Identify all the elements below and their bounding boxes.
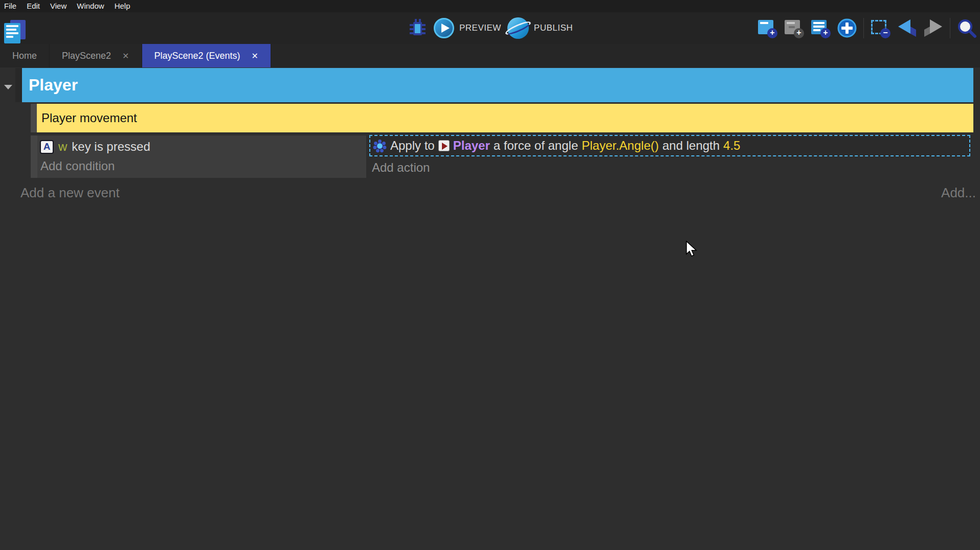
menu-file[interactable]: File: [4, 1, 21, 12]
event-toolbar-icons: + + + −: [757, 18, 977, 38]
add-sub-event-icon[interactable]: +: [784, 18, 804, 38]
add-action-button[interactable]: Add action: [372, 161, 430, 175]
publish-button[interactable]: PUBLISH: [507, 17, 573, 39]
comment-drag-handle[interactable]: [31, 104, 37, 132]
menu-edit[interactable]: Edit: [21, 1, 45, 12]
add-event-row: Add a new event Add...: [0, 184, 980, 204]
toolbar-separator: [863, 18, 864, 38]
undo-icon[interactable]: [897, 18, 917, 38]
add-comment-icon[interactable]: +: [810, 18, 831, 38]
preview-button[interactable]: PREVIEW: [434, 18, 501, 38]
group-collapse-caret[interactable]: [4, 85, 12, 89]
preview-label: PREVIEW: [459, 23, 501, 33]
conditions-column: A w key is pressed Add condition: [37, 135, 366, 178]
tab-label: PlayScene2 (Events): [154, 51, 240, 61]
debug-icon[interactable]: [407, 17, 428, 39]
event-group-header[interactable]: Player: [22, 68, 973, 102]
action-angle-param: Player.Angle(): [582, 139, 659, 153]
globe-icon: [507, 17, 529, 39]
event-drag-handle[interactable]: [31, 135, 37, 178]
events-sheet: Player Player movement A w key is presse…: [0, 67, 980, 550]
add-more-button[interactable]: Add...: [941, 185, 976, 201]
toolbar-separator: [950, 18, 950, 38]
condition-text: key is pressed: [72, 140, 150, 154]
keyboard-icon: A: [40, 140, 54, 154]
action-object-param: Player: [453, 139, 490, 153]
group-title: Player: [29, 76, 78, 95]
condition-key-param: w: [58, 140, 67, 154]
comment-text: Player movement: [41, 111, 137, 125]
condition-key-pressed[interactable]: A w key is pressed: [40, 138, 150, 155]
tab-home[interactable]: Home: [0, 44, 50, 67]
comment-event[interactable]: Player movement: [37, 104, 973, 132]
menu-view[interactable]: View: [45, 1, 72, 12]
add-event-icon[interactable]: +: [757, 18, 777, 38]
project-manager-icon[interactable]: [4, 20, 26, 43]
search-icon[interactable]: [956, 18, 977, 38]
force-icon: [373, 139, 387, 153]
tab-label: PlayScene2: [62, 51, 111, 61]
close-tab-icon[interactable]: ✕: [122, 51, 129, 61]
action-text-middle: a force of angle: [494, 139, 578, 153]
run-controls: PREVIEW PUBLISH: [407, 12, 573, 44]
add-new-event-button[interactable]: Add a new event: [20, 185, 120, 201]
deselect-all-icon[interactable]: −: [870, 18, 890, 38]
tab-playscene2[interactable]: PlayScene2 ✕: [50, 44, 142, 67]
group-drag-handle[interactable]: [15, 68, 22, 102]
tab-label: Home: [12, 51, 37, 61]
play-icon: [434, 18, 454, 38]
menu-window[interactable]: Window: [72, 1, 109, 12]
main-toolbar: PREVIEW PUBLISH + + +: [0, 12, 980, 44]
action-text-length: and length: [662, 139, 720, 153]
editor-tabs: Home PlayScene2 ✕ PlayScene2 (Events) ✕: [0, 44, 980, 67]
menu-help[interactable]: Help: [109, 1, 136, 12]
tab-playscene2-events[interactable]: PlayScene2 (Events) ✕: [142, 44, 272, 67]
player-object-icon: [438, 140, 450, 151]
close-tab-icon[interactable]: ✕: [252, 51, 258, 61]
action-length-param: 4.5: [723, 139, 740, 153]
action-text-prefix: Apply to: [390, 139, 435, 153]
publish-label: PUBLISH: [534, 23, 573, 33]
menu-bar: File Edit View Window Help: [0, 0, 980, 12]
add-condition-button[interactable]: Add condition: [40, 159, 115, 173]
logo-front-sheet: [4, 23, 20, 43]
action-apply-force-selected[interactable]: Apply to Player a force of angle Player.…: [369, 135, 970, 156]
redo-icon[interactable]: [923, 18, 944, 38]
choose-event-type-icon[interactable]: [837, 18, 857, 38]
